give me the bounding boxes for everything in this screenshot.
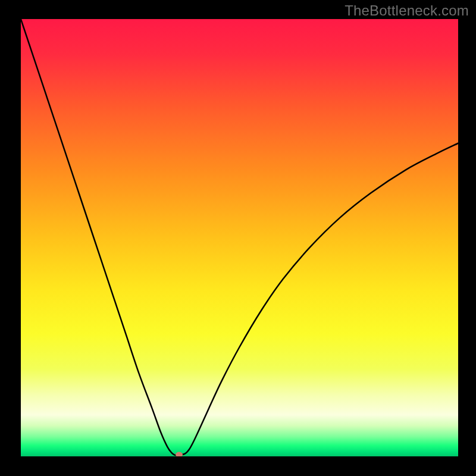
chart-frame: TheBottleneck.com [0, 0, 476, 476]
gradient-background [21, 19, 458, 456]
chart-svg [21, 19, 458, 456]
watermark-text: TheBottleneck.com [345, 2, 469, 19]
plot-area [21, 19, 458, 456]
